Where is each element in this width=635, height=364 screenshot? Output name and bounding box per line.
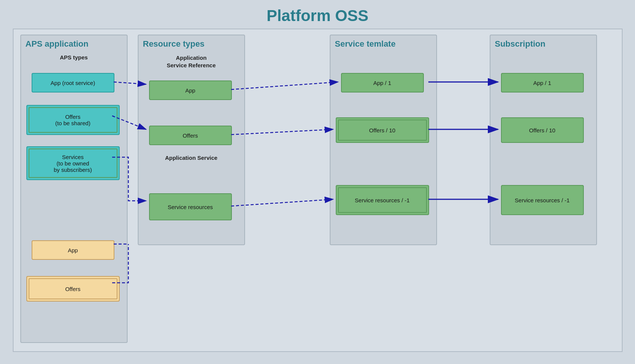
panel-resource-types: Resource types Application Service Refer… (138, 35, 245, 245)
arrow-rt-app-to-st (231, 82, 338, 89)
aps-type-app: App (root service) (32, 73, 114, 93)
main-canvas: APS application APS types App (root serv… (13, 29, 623, 352)
sub-app: App / 1 (501, 73, 584, 93)
st-service-resources: Service resources / -1 (336, 185, 429, 215)
panel-aps-title: APS application (21, 35, 127, 51)
arrow-rt-offers-to-st (231, 129, 333, 135)
panel-aps: APS application APS types App (root serv… (20, 35, 128, 343)
rt-offers: Offers (149, 126, 232, 145)
aps-type-services: Services (to be owned by subscribers) (26, 146, 120, 180)
sub-service-resources: Service resources / -1 (501, 185, 584, 215)
aps-resource-app: App (32, 240, 114, 260)
st-offers: Offers / 10 (336, 117, 429, 143)
panel-subscription-title: Subscription (490, 35, 596, 51)
arrow-rt-sr-to-st (231, 199, 333, 206)
st-app: App / 1 (341, 73, 424, 93)
panel-resource-types-title: Resource types (139, 35, 244, 51)
panel-subscription: Subscription App / 1 Offers / 10 Service… (490, 35, 597, 245)
rt-app: App (149, 80, 232, 100)
aps-types-label: APS types (21, 51, 127, 62)
sub-offers: Offers / 10 (501, 117, 584, 143)
panel-service-template: Service temlate App / 1 Offers / 10 Serv… (330, 35, 437, 245)
app-service-label: Application Service (139, 146, 244, 162)
aps-resource-offers: Offers (26, 276, 120, 302)
panel-service-template-title: Service temlate (330, 35, 436, 51)
page-title: Platform OSS (0, 0, 635, 29)
aps-type-offers: Offers (to be shared) (26, 105, 120, 135)
rt-service-resources: Service resources (149, 193, 232, 220)
app-service-ref-label: Application Service Reference (139, 51, 244, 70)
